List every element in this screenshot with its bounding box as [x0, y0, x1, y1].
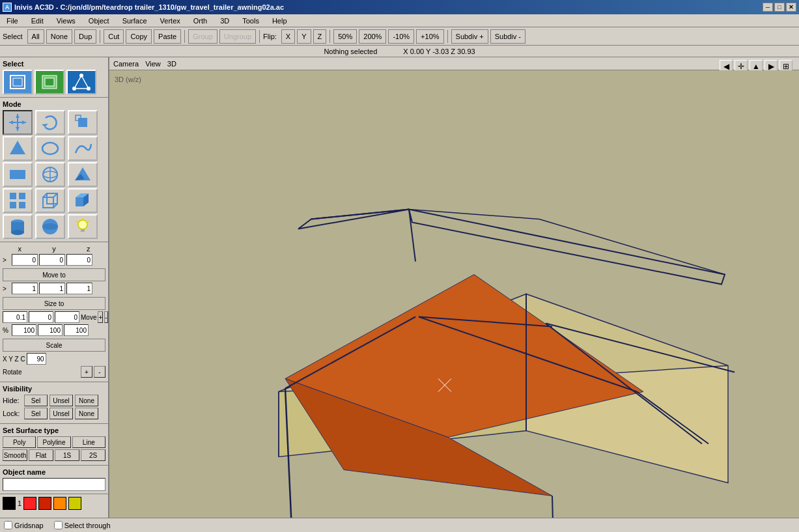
- select-through-checkbox[interactable]: [54, 521, 63, 529]
- select-all-button[interactable]: All: [27, 29, 44, 44]
- scale-button[interactable]: Scale: [3, 339, 105, 352]
- color-3[interactable]: [38, 497, 51, 510]
- color-black[interactable]: [3, 497, 16, 510]
- pos-y-input[interactable]: [39, 254, 65, 266]
- zoom-200-button[interactable]: 200%: [359, 29, 386, 44]
- group-button[interactable]: Group: [188, 29, 217, 44]
- smooth-button[interactable]: Smooth: [3, 449, 27, 461]
- scale-z-input[interactable]: [64, 324, 89, 336]
- ellipse-tool-button[interactable]: [35, 136, 65, 161]
- gridsnap-checkbox[interactable]: [4, 521, 12, 529]
- hide-none-button[interactable]: None: [75, 395, 98, 406]
- grid-tool-button[interactable]: [3, 188, 33, 213]
- lock-sel-button[interactable]: Sel: [24, 408, 48, 419]
- move-minus-button[interactable]: -: [104, 311, 107, 323]
- scale-y-input[interactable]: [38, 324, 63, 336]
- cube-wire-button[interactable]: [35, 188, 65, 213]
- flip-y-button[interactable]: Y: [297, 29, 311, 44]
- gridsnap-label[interactable]: Gridsnap: [4, 521, 44, 529]
- move-step-input[interactable]: [3, 311, 27, 323]
- 3d-tab[interactable]: 3D: [167, 60, 176, 68]
- minimize-button[interactable]: ─: [763, 3, 773, 12]
- select-face-button[interactable]: [35, 70, 64, 94]
- menu-item-views[interactable]: Views: [53, 16, 79, 26]
- menu-item-help[interactable]: Help: [268, 16, 291, 26]
- pos-x-input[interactable]: [12, 254, 38, 266]
- subdiv-minus-button[interactable]: Subdiv -: [490, 29, 526, 44]
- select-through-label[interactable]: Select through: [54, 521, 111, 529]
- two-sided-button[interactable]: 2S: [81, 449, 105, 461]
- cut-button[interactable]: Cut: [104, 29, 124, 44]
- color-4[interactable]: [53, 497, 66, 510]
- move-to-button[interactable]: Move to: [3, 268, 105, 281]
- spline-tool-button[interactable]: [68, 136, 98, 161]
- rotate-xyz-label: X Y Z C: [3, 356, 25, 363]
- flip-x-button[interactable]: X: [281, 29, 295, 44]
- menu-item-tools[interactable]: Tools: [238, 16, 263, 26]
- lock-unsel-button[interactable]: Unsel: [49, 408, 73, 419]
- move-y-input[interactable]: [55, 311, 79, 323]
- polygon-tool-button[interactable]: [3, 136, 33, 161]
- polyline-button[interactable]: Polyline: [37, 436, 70, 448]
- free-form-button[interactable]: [68, 162, 98, 187]
- size-x-input[interactable]: [12, 283, 38, 294]
- zoom-plus10-button[interactable]: +10%: [416, 29, 443, 44]
- light-button[interactable]: [68, 214, 98, 239]
- menu-item-file[interactable]: File: [3, 16, 22, 26]
- paste-button[interactable]: Paste: [154, 29, 181, 44]
- rotate-val-input[interactable]: [27, 353, 46, 365]
- sphere-button[interactable]: [35, 214, 65, 239]
- zoom-minus10-button[interactable]: -10%: [388, 29, 414, 44]
- maximize-button[interactable]: □: [774, 3, 785, 12]
- cylinder-button[interactable]: [3, 214, 33, 239]
- move-tool-button[interactable]: [3, 110, 33, 135]
- select-vertex-button[interactable]: [66, 70, 96, 94]
- rect-tool-button[interactable]: [3, 162, 33, 187]
- color-2[interactable]: [23, 497, 36, 510]
- menu-item-3d[interactable]: 3D: [216, 16, 233, 26]
- view-tab[interactable]: View: [145, 60, 161, 68]
- flip-z-button[interactable]: Z: [313, 29, 327, 44]
- subdiv-plus-button[interactable]: Subdiv +: [451, 29, 488, 44]
- scale-x-input[interactable]: [12, 324, 36, 336]
- select-none-button[interactable]: None: [46, 29, 72, 44]
- move-plus-button[interactable]: +: [98, 311, 103, 323]
- menu-item-orth[interactable]: Orth: [189, 16, 211, 26]
- zoom-50-button[interactable]: 50%: [333, 29, 357, 44]
- dup-button[interactable]: Dup: [74, 29, 96, 44]
- menu-item-surface[interactable]: Surface: [119, 16, 151, 26]
- menu-item-object[interactable]: Object: [85, 16, 113, 26]
- menu-item-vertex[interactable]: Vertex: [156, 16, 184, 26]
- rotate-minus-button[interactable]: -: [94, 366, 105, 378]
- rotate-plus-button[interactable]: +: [81, 366, 92, 378]
- 3d-viewport[interactable]: 3D (w/z): [109, 70, 799, 518]
- size-y-input[interactable]: [39, 283, 65, 294]
- hide-sel-button[interactable]: Sel: [24, 395, 48, 406]
- one-sided-button[interactable]: 1S: [55, 449, 79, 461]
- flat-button[interactable]: Flat: [29, 449, 53, 461]
- object-name-input[interactable]: [3, 478, 105, 491]
- lock-none-button[interactable]: None: [75, 408, 98, 419]
- scale-tool-button[interactable]: [68, 110, 98, 135]
- move-x-input[interactable]: [29, 311, 53, 323]
- size-to-button[interactable]: Size to: [3, 297, 105, 310]
- coord-bar: Nothing selected X 0.00 Y -3.03 Z 30.93: [0, 46, 799, 57]
- menu-item-edit[interactable]: Edit: [27, 16, 48, 26]
- size-z-input[interactable]: [66, 283, 92, 294]
- hide-unsel-button[interactable]: Unsel: [49, 395, 73, 406]
- svg-marker-17: [10, 141, 25, 154]
- cube-solid-button[interactable]: [68, 188, 98, 213]
- mode-icon-grid: [3, 110, 105, 239]
- color-5[interactable]: [68, 497, 81, 510]
- titlebar: A Inivis AC3D - C:/jon/dl/pm/teardrop tr…: [0, 0, 799, 14]
- select-object-button[interactable]: [3, 70, 33, 94]
- camera-tab[interactable]: Camera: [113, 60, 139, 68]
- sphere-wire-button[interactable]: [35, 162, 65, 187]
- close-button[interactable]: ✕: [786, 3, 796, 12]
- line-button[interactable]: Line: [72, 436, 105, 448]
- pos-z-input[interactable]: [66, 254, 92, 266]
- poly-button[interactable]: Poly: [3, 436, 36, 448]
- ungroup-button[interactable]: Ungroup: [219, 29, 256, 44]
- copy-button[interactable]: Copy: [126, 29, 152, 44]
- rotate-tool-button[interactable]: [35, 110, 65, 135]
